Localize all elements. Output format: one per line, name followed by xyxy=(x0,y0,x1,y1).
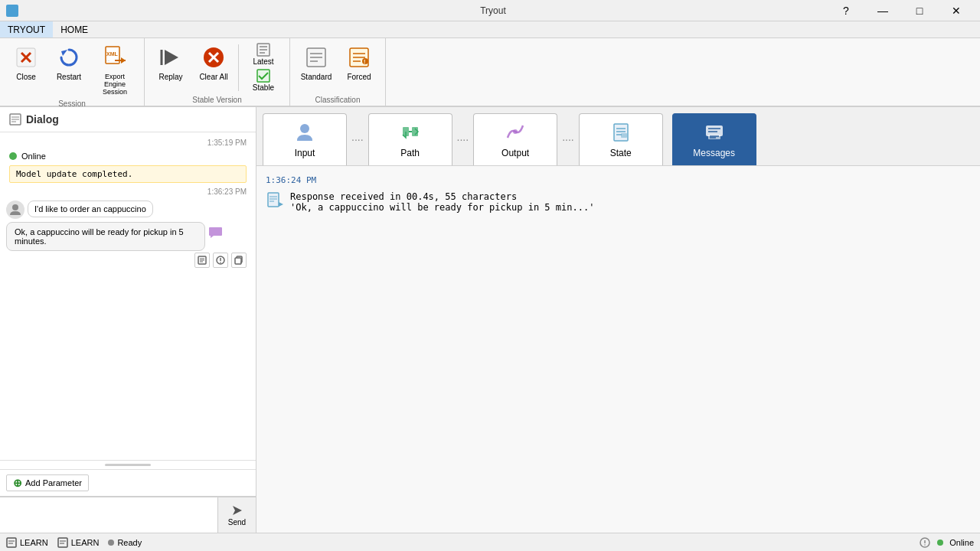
export-xml-icon: XML ... xyxy=(103,45,127,70)
tab-path[interactable]: Path xyxy=(368,113,452,165)
forced-button[interactable]: ! Forced xyxy=(339,41,379,92)
tab-state-icon xyxy=(610,121,632,145)
stable-version-group-label: Stable Version xyxy=(151,94,283,104)
tab-sep-4 xyxy=(666,113,669,165)
stable-button[interactable]: Stable xyxy=(243,67,283,92)
message-bubble-icon xyxy=(208,225,224,240)
log-entry-1: Response received in 00.4s, 55 character… xyxy=(266,188,971,216)
svg-rect-52 xyxy=(621,133,627,138)
ribbon-classification-group: Standard ! Forced Classification xyxy=(290,38,386,106)
svg-marker-9 xyxy=(165,50,178,65)
menubar: TRYOUT HOME xyxy=(0,21,980,38)
app-title-text: Tryout xyxy=(480,5,506,16)
main-area: Dialog 1:35:19 PM Online Model update co… xyxy=(0,107,980,533)
close-window-button[interactable]: ✕ xyxy=(939,0,974,21)
status-bar: Online xyxy=(3,148,253,164)
send-button[interactable]: Send xyxy=(217,497,256,533)
right-panel: Input ···· Path ···· xyxy=(256,107,980,533)
response-bubble: Ok, a cappuccino will be ready for picku… xyxy=(6,222,205,251)
svg-rect-45 xyxy=(412,127,418,136)
restart-button[interactable]: Restart xyxy=(49,41,89,92)
standard-button[interactable]: Standard xyxy=(296,41,336,92)
ready-dot xyxy=(108,540,114,546)
stable-version-content: Replay Clear All xyxy=(151,41,283,94)
tab-input-icon xyxy=(294,121,315,145)
response-action-btn-3[interactable] xyxy=(231,253,247,268)
ribbon: Close Restart XML ... xyxy=(0,38,980,107)
titlebar-left: Tryout xyxy=(6,5,18,17)
svg-rect-56 xyxy=(708,135,720,139)
add-icon: ⊕ xyxy=(13,477,22,489)
user-message-bubble: I'd like to order an cappuccino xyxy=(28,201,153,217)
response-action-row xyxy=(6,251,250,269)
dialog-title: Dialog xyxy=(26,113,59,126)
maximize-button[interactable]: □ xyxy=(902,0,937,21)
send-icon xyxy=(231,504,243,517)
response-action-btn-2[interactable] xyxy=(213,253,228,268)
clear-all-icon xyxy=(201,45,226,70)
tab-content-messages: 1:36:24 PM Response received in 00.4s, 5… xyxy=(256,166,980,533)
svg-rect-48 xyxy=(614,124,628,141)
clear-all-button[interactable]: Clear All xyxy=(194,41,234,92)
svg-marker-63 xyxy=(279,202,283,207)
statusbar-icon xyxy=(919,536,931,549)
close-icon xyxy=(14,45,38,70)
svg-point-33 xyxy=(12,204,18,210)
dialog-header: Dialog xyxy=(0,107,256,132)
tab-state[interactable]: State xyxy=(579,113,663,165)
classification-group-label: Classification xyxy=(296,94,379,104)
ribbon-classification-content: Standard ! Forced xyxy=(296,41,379,94)
user-message-text: I'd like to order an cappuccino xyxy=(34,204,146,214)
ribbon-session-content: Close Restart XML ... xyxy=(6,41,138,98)
statusbar-learn-1: LEARN xyxy=(6,537,48,548)
add-parameter-row: ⊕ Add Parameter xyxy=(0,469,256,496)
minimize-button[interactable]: — xyxy=(865,0,900,21)
tab-messages[interactable]: Messages xyxy=(672,113,756,165)
tab-output[interactable]: Output xyxy=(473,113,557,165)
svg-rect-67 xyxy=(58,538,67,547)
dialog-content: 1:35:19 PM Online Model update completed… xyxy=(0,132,256,460)
svg-marker-3 xyxy=(61,50,67,56)
svg-point-47 xyxy=(513,129,518,134)
response-container: Ok, a cappuccino will be ready for picku… xyxy=(6,222,250,269)
tab-sep-1: ···· xyxy=(350,113,365,165)
log-entry-icon xyxy=(266,191,284,210)
ribbon-stable-group: Replay Clear All xyxy=(145,38,290,106)
menu-home[interactable]: HOME xyxy=(53,21,96,37)
svg-text:XML: XML xyxy=(106,51,119,57)
menu-tryout[interactable]: TRYOUT xyxy=(0,21,53,37)
ribbon-session-group: Close Restart XML ... xyxy=(0,38,145,106)
svg-rect-59 xyxy=(268,193,279,207)
export-engine-button[interactable]: XML ... Export Engine Session xyxy=(92,41,138,98)
svg-text:...: ... xyxy=(106,57,109,62)
tab-sep-2: ···· xyxy=(456,113,471,165)
chat-timestamp: 1:36:23 PM xyxy=(3,184,253,197)
learn-icon-2 xyxy=(57,537,68,548)
latest-icon xyxy=(256,42,271,57)
svg-point-43 xyxy=(300,124,309,133)
titlebar: Tryout ? — □ ✕ xyxy=(0,0,980,21)
add-parameter-button[interactable]: ⊕ Add Parameter xyxy=(6,474,89,491)
learn-icon-1 xyxy=(6,537,17,548)
replay-button[interactable]: Replay xyxy=(151,41,191,92)
online-indicator xyxy=(9,152,17,160)
app-icon xyxy=(6,5,18,17)
timestamp-1: 1:35:19 PM xyxy=(3,135,253,148)
model-update-message: Model update completed. xyxy=(9,165,247,183)
response-action-btn-1[interactable] xyxy=(194,253,210,268)
tab-sep-3: ···· xyxy=(560,113,576,165)
svg-point-40 xyxy=(220,262,221,263)
tab-input[interactable]: Input xyxy=(263,113,347,165)
tab-output-icon xyxy=(505,121,526,145)
close-button[interactable]: Close xyxy=(6,41,46,92)
dialog-header-icon xyxy=(9,113,21,126)
help-button[interactable]: ? xyxy=(828,0,864,21)
svg-rect-53 xyxy=(706,126,723,136)
user-message-row: I'd like to order an cappuccino xyxy=(6,201,250,219)
response-text: Ok, a cappuccino will be ready for picku… xyxy=(15,227,184,246)
user-icon xyxy=(9,204,21,216)
left-panel: Dialog 1:35:19 PM Online Model update co… xyxy=(0,107,256,533)
latest-button[interactable]: Latest xyxy=(243,41,283,66)
message-input[interactable] xyxy=(0,497,217,533)
scroll-indicator xyxy=(105,464,151,466)
